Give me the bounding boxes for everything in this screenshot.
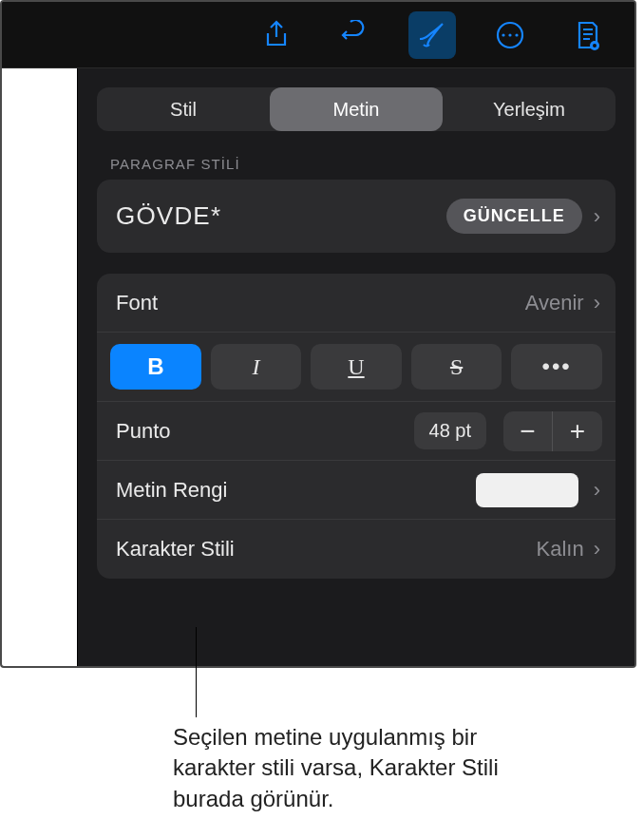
character-style-row[interactable]: Karakter Stili Kalın › (97, 520, 616, 579)
character-style-label: Karakter Stili (116, 537, 529, 562)
chevron-right-icon: › (592, 537, 602, 562)
more-text-options-button[interactable]: ••• (511, 344, 602, 390)
chevron-right-icon: › (592, 478, 602, 503)
font-row[interactable]: Font Avenir › (97, 274, 616, 333)
character-style-value: Kalın (537, 537, 584, 562)
svg-point-1 (502, 33, 504, 36)
strikethrough-button[interactable]: S (411, 344, 502, 390)
size-stepper: − + (503, 411, 602, 451)
format-tabs: Stil Metin Yerleşim (97, 87, 616, 131)
paragraph-style-row[interactable]: GÖVDE* GÜNCELLE › (97, 180, 616, 253)
chevron-right-icon: › (592, 291, 602, 315)
text-color-row[interactable]: Metin Rengi › (97, 461, 616, 520)
tab-arrange[interactable]: Yerleşim (443, 87, 616, 131)
underline-button[interactable]: U (311, 344, 402, 390)
font-label: Font (116, 291, 518, 315)
svg-point-2 (508, 33, 511, 36)
format-panel: Stil Metin Yerleşim PARAGRAF STİLİ GÖVDE… (78, 68, 635, 666)
paragraph-style-name: GÖVDE* (116, 201, 437, 231)
size-label: Punto (116, 419, 407, 444)
chevron-right-icon: › (592, 204, 602, 229)
size-increase-button[interactable]: + (553, 411, 602, 451)
undo-icon[interactable] (331, 11, 378, 59)
size-decrease-button[interactable]: − (503, 411, 553, 451)
size-value[interactable]: 48 pt (414, 412, 486, 449)
more-icon[interactable] (486, 11, 534, 59)
italic-button[interactable]: I (211, 344, 302, 390)
paragraph-style-heading: PARAGRAF STİLİ (110, 156, 616, 172)
update-style-button[interactable]: GÜNCELLE (446, 199, 582, 234)
top-toolbar (2, 2, 635, 68)
font-value: Avenir (525, 291, 584, 315)
svg-point-3 (515, 33, 518, 36)
document-page[interactable] (2, 68, 78, 666)
font-group-card: Font Avenir › B I U S ••• Punto 48 pt − (97, 274, 616, 579)
text-color-swatch[interactable] (476, 473, 578, 507)
callout-text: Seçilen metine uygulanmış bir karakter s… (173, 722, 553, 814)
editor-area: Stil Metin Yerleşim PARAGRAF STİLİ GÖVDE… (2, 68, 635, 666)
bold-button[interactable]: B (110, 344, 201, 390)
document-options-icon[interactable] (564, 11, 612, 59)
paragraph-style-card: GÖVDE* GÜNCELLE › (97, 180, 616, 253)
format-brush-icon[interactable] (408, 11, 456, 59)
callout-leader-line (196, 627, 197, 717)
svg-point-5 (593, 44, 597, 48)
device-frame: Stil Metin Yerleşim PARAGRAF STİLİ GÖVDE… (0, 0, 636, 668)
size-row: Punto 48 pt − + (97, 402, 616, 461)
tab-text[interactable]: Metin (270, 87, 443, 131)
tab-style[interactable]: Stil (97, 87, 270, 131)
text-color-label: Metin Rengi (116, 478, 468, 503)
text-style-buttons: B I U S ••• (97, 333, 616, 402)
share-icon[interactable] (253, 11, 300, 59)
